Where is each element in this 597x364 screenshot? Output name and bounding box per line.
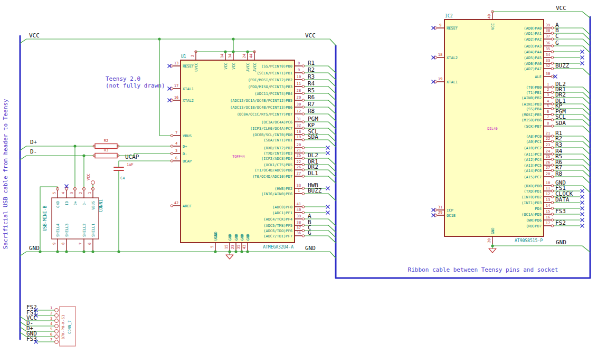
pin-end (551, 169, 553, 171)
conn1-ref: CONN1 (99, 199, 103, 212)
pin-end (302, 147, 304, 149)
pin-number: 8 (547, 121, 549, 126)
pin-number: 2 (547, 88, 549, 92)
pin-number: 3 (70, 192, 74, 194)
vcc-label-left: VCC (29, 32, 40, 39)
gnd-label-mid: GND (305, 245, 316, 252)
pin-name: (A9)PC1 (526, 140, 542, 144)
pin-number: 13 (546, 198, 550, 202)
pin-name: (AD6)PA6 (524, 62, 542, 66)
pin-number: 15 (546, 209, 550, 214)
pin-number: 35 (236, 245, 241, 249)
pin-end (551, 196, 553, 198)
wire (492, 246, 590, 252)
pin-name: (HWB)PE2 (274, 187, 292, 191)
pin-number: 44 (249, 54, 253, 58)
pin-name: (OC1A)PD5 (522, 213, 542, 217)
pin-number: 33 (546, 59, 550, 63)
pin-end (170, 88, 173, 90)
connector-pin (55, 319, 59, 323)
junction-dot (82, 250, 85, 253)
pin-number: 39 (546, 23, 550, 27)
pin-name: (ICP2/ADC8)PD4 (261, 157, 292, 161)
pin-name: (SDA/INT1)PD1 (263, 138, 292, 142)
pin-end (302, 92, 304, 94)
pin-number: 25 (297, 154, 301, 158)
no-connect-icon (581, 201, 584, 205)
pin-number: 37 (297, 226, 301, 230)
schematic-canvas: Sacrificial USB cable from header to Tee… (0, 0, 597, 364)
pin-name: (OC0A/OC1C/RTS/PCINT7)PB7 (237, 112, 292, 117)
pin-number: 34 (546, 53, 550, 57)
pin-end (302, 106, 304, 108)
net-label: R8 (308, 108, 315, 114)
pin-number: 2 (50, 311, 52, 315)
pin-name: ALE (535, 75, 542, 79)
pin-name: D- (82, 201, 87, 205)
net-label: DL1 (308, 170, 318, 177)
pin-name: GND (246, 234, 250, 241)
wire (554, 39, 590, 46)
net-label: R7 (308, 101, 315, 108)
pin-end (170, 99, 173, 101)
pin-number: 9 (52, 243, 56, 245)
net-label: SDA (308, 133, 318, 140)
pin-number: 20 (487, 238, 491, 243)
pin-number: 4 (61, 192, 65, 194)
pin-number: 18 (297, 130, 301, 134)
wire (554, 69, 590, 75)
pin-name: SHELL3 (65, 224, 69, 237)
pin-number: 24 (546, 149, 550, 154)
pin-name: VCC (491, 23, 495, 30)
pin-number: 37 (546, 34, 550, 39)
junction-dot (491, 244, 494, 247)
pin-number: 7 (547, 115, 549, 119)
no-connect-icon (326, 211, 330, 215)
pin-name: GND (234, 234, 239, 241)
pin-end (551, 190, 553, 192)
pin-number: 2 (191, 55, 195, 57)
pin-number: 3 (175, 149, 177, 153)
pin-end (302, 175, 304, 177)
pin-number: 14 (220, 54, 224, 58)
junction-dot (117, 250, 120, 253)
pin-name: AREF (183, 204, 192, 208)
pin-end (302, 164, 304, 166)
pin-name: (T1/OC4D/ADC9)PD6 (254, 168, 292, 173)
pin-number: 38 (297, 221, 301, 225)
pin-name: GND (56, 201, 60, 208)
ic2-part: AT90S8515-P (515, 238, 543, 243)
pin-number: 31 (297, 117, 301, 121)
pin-name: ICP (447, 208, 453, 213)
pin-name: (RXD)PD0 (524, 184, 542, 188)
ribbon-note: Ribbon cable between Teensy pins and soc… (408, 266, 558, 273)
pin-number: 6 (88, 243, 92, 245)
pin-name: (OC3A/OC4A)PC6 (261, 120, 292, 124)
pin-number: 31 (438, 205, 442, 209)
pin-number: 32 (297, 123, 301, 128)
pin-end (302, 157, 304, 159)
pin-name: VCC (224, 63, 228, 70)
pin-end (551, 56, 553, 59)
pin-name: (ADC6/TDO)PF6 (263, 229, 292, 233)
pin-name: AVCC (253, 63, 257, 72)
pin-name: (A15)PC7 (524, 175, 542, 179)
pin-name: (TXD)PD1 (524, 189, 542, 194)
pin-name: (ADC11/PCINT4)PB4 (254, 92, 292, 96)
pin-number: 14 (546, 204, 550, 208)
net-label: G (308, 229, 311, 236)
wire (20, 39, 336, 45)
pin-name: (A13)PC5 (524, 164, 542, 168)
ic2-footprint: DIL40 (487, 127, 498, 131)
pin-name: (ADC1)PF1 (272, 211, 292, 215)
pin-number: 12 (297, 109, 301, 113)
gnd-label-left: GND (29, 245, 40, 252)
pin-end (170, 205, 173, 207)
net-label: R6 (308, 94, 315, 101)
connector-pin (55, 335, 59, 339)
pin-number: 18 (438, 53, 442, 57)
pin-name: (A8)PC0 (526, 135, 542, 139)
pin-name: (TXD/INT3)PD3 (263, 151, 292, 156)
pin-number: 23 (231, 245, 235, 249)
pin-end (302, 224, 304, 226)
